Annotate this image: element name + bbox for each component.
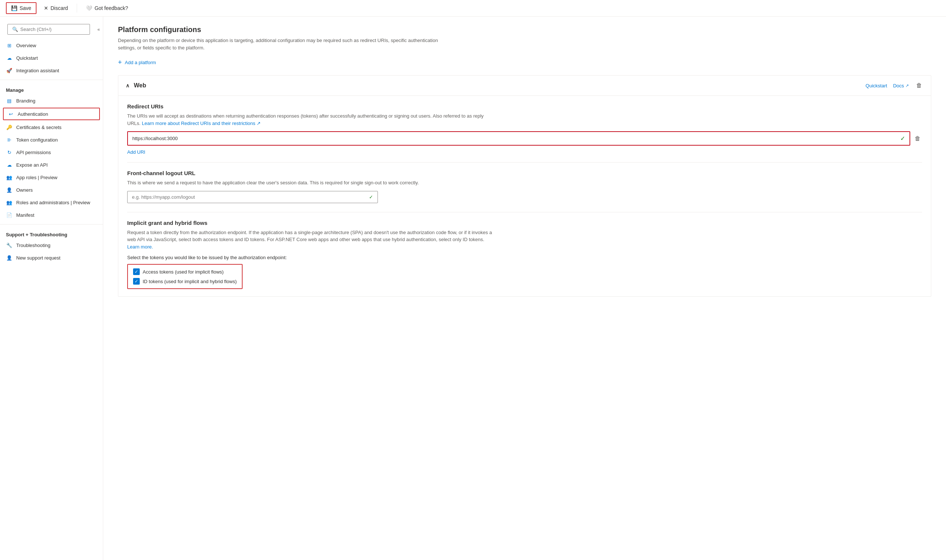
implicit-learn-more-link[interactable]: Learn more.: [127, 244, 153, 249]
web-platform-body: Redirect URIs The URIs we will accept as…: [118, 96, 931, 296]
redirect-uri-input[interactable]: [132, 136, 900, 141]
redirect-uris-description: The URIs we will accept as destinations …: [127, 112, 496, 127]
api-icon: ↻: [6, 149, 12, 155]
logout-url-input[interactable]: [132, 194, 369, 200]
discard-icon: ✕: [44, 5, 48, 11]
plus-icon: +: [118, 58, 122, 66]
sidebar-item-app-roles[interactable]: 👥 App roles | Preview: [0, 171, 103, 184]
discard-button[interactable]: ✕ Discard: [40, 3, 72, 13]
save-icon: 💾: [11, 5, 17, 11]
tokens-label: Select the tokens you would like to be i…: [127, 255, 922, 260]
redirect-uri-row: ✓ 🗑: [127, 131, 922, 146]
implicit-grant-title: Implicit grant and hybrid flows: [127, 220, 922, 226]
key-icon: 🔑: [6, 124, 12, 131]
sidebar-item-troubleshooting[interactable]: 🔧 Troubleshooting: [0, 239, 103, 251]
sidebar-item-authentication-outlined[interactable]: ↩ Authentication: [3, 108, 100, 120]
logout-section: Front-channel logout URL This is where w…: [127, 170, 922, 203]
sidebar-item-overview[interactable]: ⊞ Overview: [0, 39, 103, 52]
redirect-uris-section: Redirect URIs The URIs we will accept as…: [127, 103, 922, 155]
web-delete-button[interactable]: 🗑: [915, 81, 923, 90]
id-tokens-label: ID tokens (used for implicit and hybrid …: [143, 279, 237, 284]
access-tokens-checkbox[interactable]: ✓: [133, 268, 140, 275]
web-platform-actions: Quickstart Docs ↗ 🗑: [866, 81, 923, 90]
feedback-button[interactable]: 🤍 Got feedback?: [82, 3, 132, 13]
id-tokens-checkbox[interactable]: ✓: [133, 278, 140, 285]
feedback-label: Got feedback?: [94, 5, 128, 11]
sidebar-item-label: Manifest: [16, 212, 34, 218]
discard-label: Discard: [51, 5, 68, 11]
external-link-icon: ↗: [906, 83, 909, 88]
logout-url-check-icon: ✓: [369, 194, 373, 200]
search-box[interactable]: 🔍: [8, 24, 90, 35]
search-input[interactable]: [20, 26, 85, 32]
web-platform-title: Web: [134, 82, 146, 89]
sidebar-item-label: Expose an API: [16, 162, 48, 168]
auth-icon: ↩: [8, 111, 14, 117]
sidebar-item-label: Troubleshooting: [16, 243, 51, 248]
sidebar-item-expose-api[interactable]: ☁ Expose an API: [0, 158, 103, 171]
redirect-uri-input-wrapper[interactable]: ✓: [127, 131, 910, 146]
toolbar-divider: [77, 4, 77, 12]
implicit-checkboxes-group: ✓ Access tokens (used for implicit flows…: [127, 264, 243, 289]
redirect-uris-learn-more-link[interactable]: Learn more about Redirect URIs and their…: [142, 120, 261, 126]
roles-icon: 👥: [6, 199, 12, 206]
logout-url-input-wrapper[interactable]: ✓: [127, 191, 378, 203]
grid-icon: ⊞: [6, 42, 12, 49]
wrench-icon: 🔧: [6, 242, 12, 248]
sidebar-item-integration-assistant[interactable]: 🚀 Integration assistant: [0, 64, 103, 77]
toolbar: 💾 Save ✕ Discard 🤍 Got feedback?: [0, 0, 946, 17]
sidebar-item-owners[interactable]: 👤 Owners: [0, 184, 103, 196]
cloud-icon: ☁: [6, 55, 12, 61]
sidebar-item-label: Certificates & secrets: [16, 125, 62, 130]
web-platform-card: ∧ Web Quickstart Docs ↗ 🗑 Red: [118, 75, 931, 297]
add-platform-button[interactable]: + Add a platform: [118, 58, 931, 66]
person-support-icon: 👤: [6, 254, 12, 261]
add-uri-link[interactable]: Add URI: [127, 149, 922, 155]
manifest-icon: 📄: [6, 212, 12, 218]
chevron-up-icon[interactable]: ∧: [126, 83, 129, 88]
sidebar-item-branding[interactable]: ▤ Branding: [0, 94, 103, 107]
sidebar-item-roles-admins[interactable]: 👥 Roles and administrators | Preview: [0, 196, 103, 209]
id-tokens-checkbox-row: ✓ ID tokens (used for implicit and hybri…: [133, 278, 237, 285]
sidebar-item-certificates[interactable]: 🔑 Certificates & secrets: [0, 121, 103, 134]
web-platform-title-area: ∧ Web: [126, 82, 146, 89]
web-quickstart-link[interactable]: Quickstart: [866, 83, 888, 88]
sidebar-item-api-permissions[interactable]: ↻ API permissions: [0, 146, 103, 158]
implicit-grant-description: Request a token directly from the author…: [127, 229, 496, 251]
owners-icon: 👤: [6, 186, 12, 193]
sidebar-item-label: Overview: [16, 43, 36, 48]
sidebar-item-label: New support request: [16, 255, 60, 261]
quickstart-label: Quickstart: [866, 83, 888, 88]
feedback-icon: 🤍: [86, 5, 92, 11]
collapse-sidebar-button[interactable]: «: [97, 27, 100, 32]
rocket-icon: 🚀: [6, 67, 12, 74]
support-section-header: Support + Troubleshooting: [0, 228, 103, 239]
main-content: Platform configurations Depending on the…: [103, 17, 946, 560]
sidebar-item-label: App roles | Preview: [16, 175, 57, 180]
sidebar-item-quickstart[interactable]: ☁ Quickstart: [0, 52, 103, 64]
access-tokens-label: Access tokens (used for implicit flows): [143, 269, 224, 275]
main-layout: 🔍 « ⊞ Overview ☁ Quickstart 🚀 Integratio…: [0, 17, 946, 560]
sidebar-item-label: Authentication: [18, 111, 48, 117]
section-separator-1: [127, 162, 922, 163]
sidebar-item-label: Branding: [16, 98, 35, 104]
sidebar-item-label: Owners: [16, 187, 33, 193]
add-platform-label: Add a platform: [125, 60, 156, 65]
sidebar-item-label: Quickstart: [16, 55, 38, 61]
save-label: Save: [20, 5, 31, 11]
sidebar-item-new-support[interactable]: 👤 New support request: [0, 251, 103, 264]
cloud-api-icon: ☁: [6, 162, 12, 168]
uri-valid-check-icon: ✓: [900, 135, 905, 142]
logout-url-title: Front-channel logout URL: [127, 170, 922, 176]
sidebar-item-token-config[interactable]: ⊪ Token configuration: [0, 134, 103, 146]
save-button[interactable]: 💾 Save: [6, 2, 37, 14]
search-icon: 🔍: [12, 26, 18, 32]
redirect-uri-delete-button[interactable]: 🗑: [913, 134, 922, 143]
docs-label: Docs: [893, 83, 904, 88]
web-docs-link[interactable]: Docs ↗: [893, 83, 909, 88]
section-separator-2: [127, 212, 922, 212]
sidebar-item-manifest[interactable]: 📄 Manifest: [0, 209, 103, 221]
sidebar-item-label: Integration assistant: [16, 68, 59, 73]
sidebar-item-authentication[interactable]: ↩ Authentication: [4, 108, 99, 120]
sidebar-divider-manage: [0, 80, 103, 80]
